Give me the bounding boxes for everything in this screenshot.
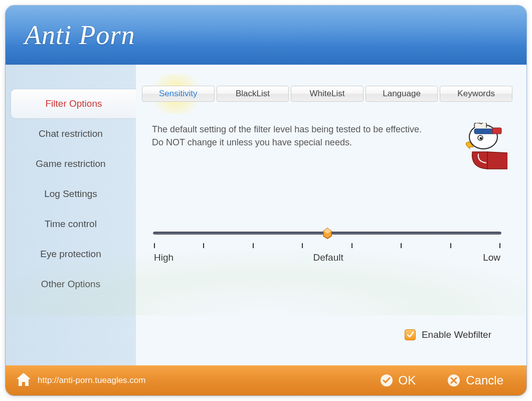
tab-language[interactable]: Language <box>366 86 438 102</box>
cancel-button-label: Cancle <box>466 373 503 387</box>
svg-rect-2 <box>492 128 501 134</box>
slider-labels: High Default Low <box>153 252 501 263</box>
ok-button[interactable]: OK <box>372 370 424 390</box>
cancel-circle-icon <box>447 373 461 387</box>
tab-label: WhiteList <box>310 89 345 99</box>
tab-label: Keywords <box>457 89 495 99</box>
sidebar-item-eye-protection[interactable]: Eye protection <box>6 239 136 269</box>
slider-label-high: High <box>154 252 173 263</box>
ok-circle-icon <box>380 373 394 387</box>
enable-webfilter-row: Enable Webfilter <box>405 329 491 340</box>
app-window: Anti Porn Filter Options Chat restrictio… <box>5 5 527 396</box>
content-area: Filter Options Chat restriction Game res… <box>6 65 526 365</box>
ok-button-label: OK <box>399 373 416 387</box>
check-icon <box>406 331 414 339</box>
tab-label: Language <box>383 89 421 99</box>
svg-point-4 <box>480 137 482 140</box>
slider-label-default: Default <box>313 252 343 263</box>
cancel-button[interactable]: Cancle <box>439 370 511 390</box>
slider-label-low: Low <box>483 252 500 263</box>
eagle-mascot-icon <box>457 123 507 180</box>
tab-bar: Sensitivity BlackList WhiteList Language… <box>142 86 512 102</box>
sidebar-item-time-control[interactable]: Time control <box>6 209 136 239</box>
sidebar-item-other-options[interactable]: Other Options <box>6 269 136 299</box>
description-row: The default setting of the filter level … <box>142 123 512 180</box>
footer-bar: http://anti-porn.tueagles.com OK Cancle <box>6 365 526 395</box>
tab-blacklist[interactable]: BlackList <box>217 86 289 102</box>
description-text: The default setting of the filter level … <box>152 123 423 180</box>
sidebar-item-chat-restriction[interactable]: Chat restriction <box>6 119 136 149</box>
footer-url[interactable]: http://anti-porn.tueagles.com <box>38 375 145 385</box>
enable-webfilter-checkbox[interactable] <box>405 329 416 340</box>
sidebar: Filter Options Chat restriction Game res… <box>6 65 136 365</box>
tab-keywords[interactable]: Keywords <box>440 86 512 102</box>
tab-label: BlackList <box>236 89 270 99</box>
sensitivity-slider: High Default Low <box>142 228 512 263</box>
sidebar-item-log-settings[interactable]: Log Settings <box>6 179 136 209</box>
tab-label: Sensitivity <box>159 89 198 99</box>
sidebar-item-filter-options[interactable]: Filter Options <box>11 89 136 119</box>
sidebar-item-game-restriction[interactable]: Game restriction <box>6 149 136 179</box>
svg-rect-1 <box>474 129 494 134</box>
tab-whitelist[interactable]: WhiteList <box>291 86 364 102</box>
tab-sensitivity[interactable]: Sensitivity <box>142 86 215 102</box>
sidebar-item-label: Game restriction <box>36 158 105 169</box>
app-title: Anti Porn <box>25 20 135 51</box>
enable-webfilter-label: Enable Webfilter <box>422 329 491 340</box>
slider-thumb[interactable] <box>322 227 333 241</box>
sidebar-item-label: Time control <box>45 219 97 230</box>
sidebar-item-label: Eye protection <box>40 249 101 260</box>
slider-track[interactable] <box>153 228 501 238</box>
title-bar: Anti Porn <box>6 6 526 65</box>
slider-ticks <box>153 243 501 248</box>
sidebar-item-label: Filter Options <box>46 98 102 109</box>
home-icon[interactable] <box>15 371 33 390</box>
sidebar-item-label: Chat restriction <box>39 128 103 139</box>
sidebar-item-label: Other Options <box>41 279 100 290</box>
sidebar-item-label: Log Settings <box>44 188 97 199</box>
main-panel: Sensitivity BlackList WhiteList Language… <box>136 65 526 365</box>
